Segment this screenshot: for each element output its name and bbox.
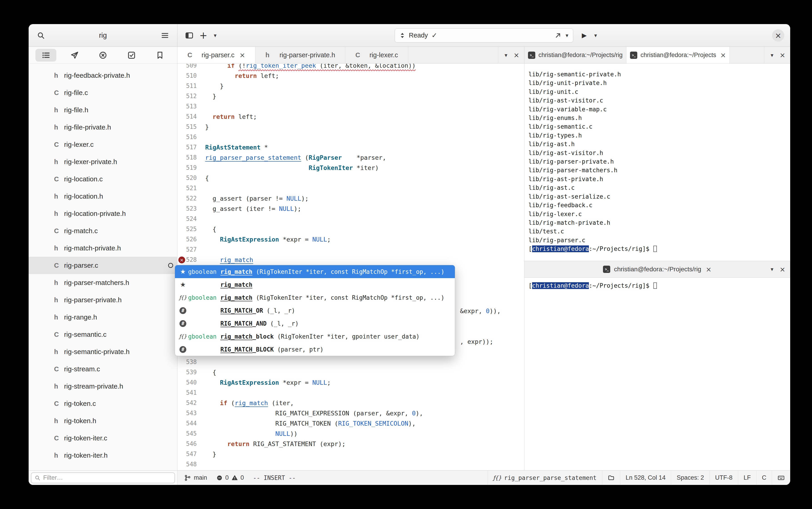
- file-row[interactable]: Crig-token-iter.c: [29, 430, 177, 447]
- code-line[interactable]: 538: [177, 357, 524, 367]
- close-icon[interactable]: ×: [706, 265, 711, 273]
- completion-item[interactable]: #RIG_MATCH_OR (_l, _r): [175, 304, 455, 317]
- code-line[interactable]: 515}: [177, 122, 524, 132]
- chevron-down-icon[interactable]: ▾: [565, 32, 568, 39]
- terminal-tab[interactable]: >_ christian@fedora:~/Projects/rig ×: [603, 261, 711, 277]
- cursor-position[interactable]: Ln 528, Col 14: [620, 471, 671, 485]
- completion-item[interactable]: ★rig_match: [175, 278, 455, 291]
- code-line[interactable]: 514 return left;: [177, 111, 524, 122]
- terminal-1[interactable]: lib/rig-semantic-private.hlib/rig-unit-p…: [524, 64, 790, 261]
- code-line[interactable]: 526 RigAstExpression *expr = NULL;: [177, 234, 524, 244]
- code-line[interactable]: 527: [177, 244, 524, 255]
- editor-tab[interactable]: Crig-parser.c×: [177, 47, 255, 63]
- editor-tab[interactable]: Crig-lexer.c: [345, 47, 408, 63]
- code-line[interactable]: 522 g_assert (parser != NULL);: [177, 193, 524, 204]
- code-line[interactable]: 510 return left;: [177, 71, 524, 81]
- file-row[interactable]: Crig-lexer.c: [29, 136, 177, 153]
- file-row[interactable]: hrig-file-private.h: [29, 118, 177, 136]
- code-line[interactable]: 511 }: [177, 81, 524, 91]
- export-arrow-icon[interactable]: [554, 32, 562, 39]
- file-row[interactable]: hrig-feedback-private.h: [29, 67, 177, 84]
- file-row[interactable]: hrig-semantic-private.h: [29, 343, 177, 361]
- file-row[interactable]: Crig-match.c: [29, 222, 177, 239]
- open-pages-menu-button[interactable]: ▾: [767, 49, 777, 62]
- file-row[interactable]: Crig-semantic.c: [29, 326, 177, 343]
- code-line[interactable]: 545 NULL)): [177, 429, 524, 439]
- file-row[interactable]: Crig-location.c: [29, 170, 177, 188]
- completion-item[interactable]: #RIG_MATCH_BLOCK (parser, ptr): [175, 343, 455, 356]
- completion-item[interactable]: ƒ{}gbooleanrig_match_block (RigTokenIter…: [175, 330, 455, 343]
- file-row[interactable]: Crig-file.c: [29, 84, 177, 101]
- file-row[interactable]: hrig-parser-private.h: [29, 291, 177, 309]
- file-row[interactable]: hrig-range.h: [29, 309, 177, 326]
- code-line[interactable]: 517RigAstStatement *: [177, 142, 524, 152]
- code-line[interactable]: 512 }: [177, 91, 524, 101]
- file-row[interactable]: hrig-stream-private.h: [29, 378, 177, 395]
- code-line[interactable]: 544 RIG_MATCH_TOKEN (RIG_TOKEN_SEMICOLON…: [177, 418, 524, 429]
- code-line[interactable]: 548: [177, 459, 524, 470]
- close-frame-button[interactable]: ×: [777, 49, 787, 62]
- file-row[interactable]: hrig-location.h: [29, 188, 177, 205]
- code-line[interactable]: 519 RigTokenIter *iter): [177, 163, 524, 173]
- file-row[interactable]: hrig-lexer-private.h: [29, 153, 177, 170]
- bookmarks-panel-button[interactable]: [149, 49, 170, 62]
- menu-button[interactable]: [158, 29, 171, 42]
- close-icon[interactable]: ×: [240, 51, 245, 59]
- code-line[interactable]: 549: [177, 470, 524, 470]
- window-close-button[interactable]: ×: [772, 29, 784, 42]
- outline-panel-button[interactable]: [35, 49, 56, 62]
- file-row[interactable]: hrig-parser-matchers.h: [29, 274, 177, 291]
- close-frame-button[interactable]: ×: [511, 49, 521, 62]
- indentation-setting[interactable]: Spaces: 2: [671, 471, 709, 485]
- run-menu-button[interactable]: ▾: [592, 29, 600, 42]
- file-row[interactable]: Crig-token.c: [29, 395, 177, 412]
- completion-item[interactable]: ★gbooleanrig_match (RigTokenIter *iter, …: [175, 265, 455, 278]
- keyboard-indicator[interactable]: [772, 471, 790, 485]
- build-panel-button[interactable]: [64, 49, 85, 62]
- code-line[interactable]: 542 if (rig_match (iter,: [177, 398, 524, 408]
- project-folder-button[interactable]: [602, 471, 620, 485]
- editor-tab[interactable]: hrig-parser-private.h: [255, 47, 345, 63]
- close-frame-button[interactable]: ×: [777, 263, 787, 276]
- file-row[interactable]: Crig-parser.c: [29, 257, 177, 274]
- search-button[interactable]: [35, 29, 47, 42]
- diagnostics-indicator[interactable]: 0 0: [216, 474, 244, 481]
- terminal-2[interactable]: [christian@fedora:~/Projects/rig]$: [524, 278, 790, 470]
- code-line[interactable]: 528× rig_match: [177, 255, 524, 265]
- encoding-setting[interactable]: UTF-8: [709, 471, 738, 485]
- build-status-button[interactable]: Ready ✓ ▾: [395, 28, 573, 42]
- code-line[interactable]: 509 if (!rig_token_iter_peek (iter, &tok…: [177, 64, 524, 71]
- code-line[interactable]: 520{: [177, 173, 524, 183]
- filter-input[interactable]: Filter…: [31, 472, 175, 483]
- open-pages-menu-button[interactable]: ▾: [767, 263, 777, 276]
- file-row[interactable]: hrig-location-private.h: [29, 205, 177, 222]
- code-line[interactable]: 547 }: [177, 449, 524, 459]
- terminal-tab[interactable]: >_christian@fedora:~/Projects/rig: [524, 47, 626, 63]
- code-line[interactable]: 524: [177, 214, 524, 224]
- code-line[interactable]: 518rig_parser_parse_statement (RigParser…: [177, 152, 524, 163]
- new-document-menu-button[interactable]: ▾: [211, 29, 219, 42]
- current-symbol[interactable]: ƒ{} rig_parser_parse_statement: [488, 471, 602, 485]
- diagnostics-panel-button[interactable]: [93, 49, 113, 62]
- file-row[interactable]: Crig-stream.c: [29, 361, 177, 378]
- code-line[interactable]: 516: [177, 132, 524, 142]
- code-line[interactable]: 521: [177, 183, 524, 193]
- todo-panel-button[interactable]: [121, 49, 142, 62]
- new-document-button[interactable]: +: [197, 29, 210, 42]
- open-pages-menu-button[interactable]: ▾: [501, 49, 511, 62]
- file-row[interactable]: hrig-token.h: [29, 412, 177, 430]
- file-row[interactable]: hrig-token-iter.h: [29, 447, 177, 464]
- close-icon[interactable]: ×: [720, 51, 726, 59]
- code-line[interactable]: 540 RigAstExpression *expr = NULL;: [177, 377, 524, 388]
- completion-item[interactable]: #RIG_MATCH_AND (_l, _r): [175, 317, 455, 330]
- toggle-panel-button[interactable]: [183, 29, 196, 42]
- code-line[interactable]: 523 g_assert (iter != NULL);: [177, 204, 524, 214]
- code-line[interactable]: 525 {: [177, 224, 524, 234]
- file-row[interactable]: hrig-match-private.h: [29, 239, 177, 257]
- completion-item[interactable]: ƒ{}gbooleanrig_match (RigTokenIter *iter…: [175, 291, 455, 304]
- run-button[interactable]: ▶: [579, 29, 589, 42]
- language-setting[interactable]: C: [756, 471, 772, 485]
- line-ending-setting[interactable]: LF: [738, 471, 756, 485]
- code-line[interactable]: 546 return RIG_AST_STATEMENT (expr);: [177, 439, 524, 449]
- terminal-tab[interactable]: >_christian@fedora:~/Projects×: [626, 47, 730, 63]
